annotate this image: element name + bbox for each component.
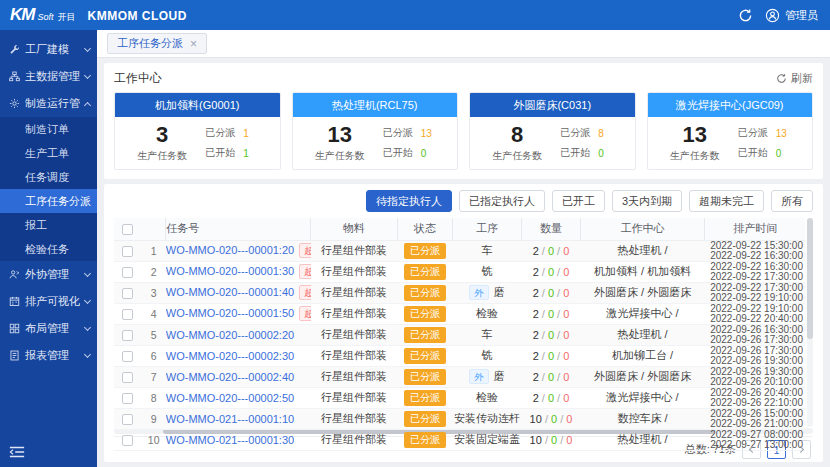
sidebar-item-4[interactable]: 排产可视化 (0, 288, 97, 315)
sidebar-item-5[interactable]: 布局管理 (0, 315, 97, 342)
workcenter-card-title[interactable]: 外圆磨床(C031) (470, 93, 635, 117)
table-row[interactable]: 8WO-MMO-020---00002:50行星组件部装已分派检验2 / 0 /… (114, 387, 805, 408)
table-row[interactable]: 1WO-MMO-020---00001:20超期行星组件部装已分派车2 / 0 … (114, 240, 805, 261)
filter-button-超期未完工[interactable]: 超期未完工 (689, 190, 764, 212)
table-row[interactable]: 2WO-MMO-020---00001:30超期行星组件部装已分派铣2 / 0 … (114, 261, 805, 282)
table-row[interactable]: 4WO-MMO-020---00001:50超期行星组件部装已分派检验2 / 0… (114, 303, 805, 324)
total-task-label: 生产任务数 (492, 149, 542, 163)
cell-schedule-time: 2022-09-22 17:30:002022-09-22 19:10:00 (705, 282, 805, 303)
task-number-link[interactable]: WO-MMO-020---00002:50 (166, 392, 294, 404)
sidebar-item-0[interactable]: 工厂建模 (0, 36, 97, 63)
sidebar-menu: 工厂建模主数据管理制造运行管理制造订单生产工单任务调度工序任务分派报工检验任务外… (0, 36, 97, 369)
quantity-value: 0 (563, 308, 569, 320)
vertical-scrollbar-thumb[interactable] (807, 218, 813, 339)
cell-schedule-time: 2022-09-26 15:00:002022-09-26 21:00:00 (705, 408, 805, 429)
quantity-separator: / (554, 266, 563, 278)
cell-task-number: WO-MMO-020---00002:40 (166, 366, 311, 387)
task-number-link[interactable]: WO-MMO-021---00001:10 (166, 413, 294, 425)
table-row[interactable]: 7WO-MMO-020---00002:40行星组件部装已分派外磨2 / 0 /… (114, 366, 805, 387)
row-checkbox[interactable] (122, 309, 133, 320)
process-name: 磨 (494, 370, 505, 382)
select-all-checkbox[interactable] (122, 224, 133, 235)
column-header-排产时间[interactable]: 排产时间 (705, 218, 805, 240)
user-menu[interactable]: 管理员 (765, 8, 818, 23)
schedule-start-time: 2022-09-27 08:00:00 (705, 430, 803, 440)
cell-process: 检验 (453, 303, 522, 324)
row-checkbox[interactable] (122, 351, 133, 362)
quantity-separator: / (554, 371, 563, 383)
workcenter-card-title[interactable]: 激光焊接中心(JGC09) (648, 93, 813, 117)
task-number-link[interactable]: WO-MMO-020---00001:30 (166, 265, 294, 277)
sidebar-subitem-任务调度[interactable]: 任务调度 (0, 165, 97, 189)
table-row[interactable]: 9WO-MMO-021---00001:10行星组件部装已分派安装传动连杆10 … (114, 408, 805, 429)
row-checkbox[interactable] (122, 246, 133, 257)
cell-process: 铣 (453, 261, 522, 282)
column-header-数量[interactable]: 数量 (522, 218, 581, 240)
tab-close-icon[interactable]: × (190, 38, 197, 50)
filter-button-所有[interactable]: 所有 (771, 190, 813, 212)
sidebar-subitem-工序任务分派[interactable]: 工序任务分派 (0, 189, 97, 213)
filter-button-待指定执行人[interactable]: 待指定执行人 (366, 190, 452, 212)
sidebar-item-6[interactable]: 报表管理 (0, 342, 97, 369)
row-number: 4 (151, 308, 157, 320)
table-row[interactable]: 10WO-MMO-021---00001:30行星组件部装已分派安装固定端盖10… (114, 429, 805, 450)
sidebar-subitem-制造订单[interactable]: 制造订单 (0, 117, 97, 141)
sidebar-subitem-报工[interactable]: 报工 (0, 213, 97, 237)
row-checkbox[interactable] (122, 372, 133, 383)
task-number-link[interactable]: WO-MMO-020---00002:40 (166, 371, 294, 383)
sidebar-subitem-检验任务[interactable]: 检验任务 (0, 237, 97, 261)
column-header-工作中心[interactable]: 工作中心 (580, 218, 704, 240)
task-number-link[interactable]: WO-MMO-020---00002:20 (166, 329, 294, 341)
filter-button-已指定执行人[interactable]: 已指定执行人 (459, 190, 545, 212)
table-row[interactable]: 5WO-MMO-020---00002:20行星组件部装已分派车2 / 0 / … (114, 324, 805, 345)
refresh-button[interactable]: 刷新 (776, 71, 813, 86)
task-number-link[interactable]: WO-MMO-021---00001:30 (166, 434, 294, 446)
column-header-状态[interactable]: 状态 (397, 218, 452, 240)
cell-material: 行星组件部装 (311, 345, 397, 366)
row-checkbox[interactable] (122, 267, 133, 278)
chevron-down-icon (84, 269, 91, 276)
column-header-工序[interactable]: 工序 (453, 218, 522, 240)
row-checkbox[interactable] (122, 330, 133, 341)
tab-process-task-dispatch[interactable]: 工序任务分派 × (107, 33, 207, 54)
sidebar-collapse-icon[interactable] (9, 445, 25, 459)
cell-row-number: 10 (142, 429, 166, 450)
sidebar-item-2[interactable]: 制造运行管理 (0, 90, 97, 117)
cell-row-number: 9 (142, 408, 166, 429)
cell-row-number: 4 (142, 303, 166, 324)
task-number-link[interactable]: WO-MMO-020---00001:40 (166, 286, 294, 298)
cell-row-number: 3 (142, 282, 166, 303)
row-number: 8 (151, 392, 157, 404)
cell-checkbox (114, 303, 142, 324)
filter-button-3天内到期[interactable]: 3天内到期 (612, 190, 682, 212)
table-row[interactable]: 6WO-MMO-020---00002:30行星组件部装已分派铣2 / 0 / … (114, 345, 805, 366)
row-checkbox[interactable] (122, 414, 133, 425)
cell-quantity: 2 / 0 / 0 (522, 303, 581, 324)
refresh-icon[interactable] (738, 8, 753, 23)
table-row[interactable]: 3WO-MMO-020---00001:40超期行星组件部装已分派外磨2 / 0… (114, 282, 805, 303)
sidebar-item-1[interactable]: 主数据管理 (0, 63, 97, 90)
quantity-value: 0 (563, 350, 569, 362)
row-checkbox[interactable] (122, 435, 133, 446)
total-task-count: 13 (315, 123, 365, 146)
cell-material: 行星组件部装 (311, 303, 397, 324)
column-header-物料[interactable]: 物料 (311, 218, 397, 240)
cell-workcenter: 激光焊接中心 / (580, 387, 704, 408)
cell-material: 行星组件部装 (311, 387, 397, 408)
quantity-separator: / (539, 350, 548, 362)
task-number-link[interactable]: WO-MMO-020---00001:50 (166, 307, 294, 319)
workcenter-card-title[interactable]: 机加领料(G0001) (115, 93, 280, 117)
task-number-link[interactable]: WO-MMO-020---00001:20 (166, 244, 294, 256)
row-checkbox[interactable] (122, 393, 133, 404)
sidebar-subitem-生产工单[interactable]: 生产工单 (0, 141, 97, 165)
quantity-separator: / (542, 434, 551, 446)
sidebar-item-3[interactable]: 外协管理 (0, 261, 97, 288)
status-badge: 已分派 (404, 432, 446, 448)
workcenter-card-title[interactable]: 热处理机(RCL75) (293, 93, 458, 117)
filter-button-已开工[interactable]: 已开工 (552, 190, 605, 212)
column-header-任务号[interactable]: 任务号 (166, 218, 311, 240)
cell-process: 车 (453, 324, 522, 345)
task-number-link[interactable]: WO-MMO-020---00002:30 (166, 350, 294, 362)
vertical-scrollbar[interactable] (807, 218, 813, 427)
row-checkbox[interactable] (122, 288, 133, 299)
